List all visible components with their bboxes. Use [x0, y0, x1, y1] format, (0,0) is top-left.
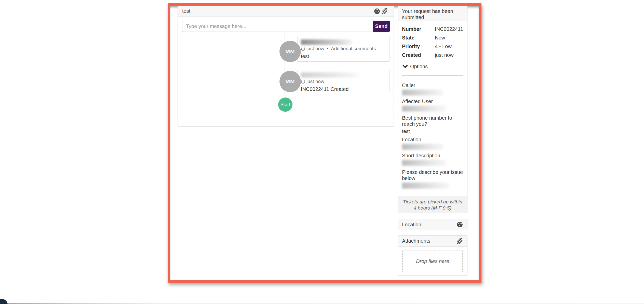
section-title: Location	[402, 222, 421, 228]
attachments-section-header[interactable]: Attachments	[398, 236, 467, 247]
field-location: Location	[402, 136, 463, 150]
field-label: Short description	[402, 153, 463, 159]
message-input[interactable]	[182, 21, 373, 32]
section-title: Attachments	[402, 238, 430, 244]
avatar-initials: MM	[286, 78, 295, 85]
options-toggle[interactable]: Options	[403, 63, 428, 70]
clock-icon	[301, 47, 305, 51]
bottom-left-widget	[0, 299, 8, 304]
detail-row-priority: Priority 4 - Low	[402, 42, 463, 51]
redacted-value	[402, 90, 443, 95]
field-issue-description: Please describe your issue below	[402, 169, 463, 189]
detail-value: INC0022411	[435, 26, 463, 32]
location-section: Location	[398, 219, 467, 230]
activity-text: test	[301, 53, 386, 59]
start-label: Start	[280, 102, 290, 107]
timeline-start-marker: Start	[278, 98, 292, 112]
ticket-footer-note: Tickets are picked up within 4 hours (M-…	[398, 196, 467, 213]
ticket-details: Number INC0022411 State New Priority 4 -…	[402, 25, 463, 59]
avatar-initials: MM	[286, 48, 295, 54]
detail-label: Number	[402, 26, 435, 32]
chevron-down-icon[interactable]	[403, 64, 408, 69]
detail-value: New	[435, 35, 445, 41]
avatar: MM	[279, 41, 301, 62]
field-best-phone: Best phone number to reach you? test	[402, 115, 463, 134]
paperclip-icon[interactable]	[381, 7, 388, 15]
detail-value: 4 - Low	[435, 44, 452, 49]
globe-icon[interactable]	[373, 7, 381, 15]
activity-time: just now	[306, 79, 324, 84]
field-short-description: Short description	[402, 153, 463, 166]
page-bottom-edge	[0, 303, 644, 303]
file-dropzone[interactable]: Drop files here	[402, 251, 463, 272]
attachments-section: Attachments Drop files here	[398, 235, 467, 276]
detail-value: just now	[435, 52, 453, 58]
field-value: test	[402, 128, 463, 134]
detail-label: Priority	[402, 44, 435, 49]
activity-meta: just now · Additional comments	[301, 46, 386, 52]
footer-note-line2: 4 hours (M-F 9-5)	[398, 205, 467, 211]
activity-type: Additional comments	[331, 46, 376, 51]
activity-entry-created: just now INC0022411 Created	[297, 70, 390, 91]
activity-text: INC0022411 Created	[301, 86, 386, 92]
detail-row-number: Number INC0022411	[402, 25, 463, 33]
options-label[interactable]: Options	[410, 64, 428, 70]
field-label: Caller	[402, 82, 463, 88]
divider	[402, 75, 463, 76]
field-label: Location	[402, 136, 463, 143]
location-section-header[interactable]: Location	[398, 219, 467, 230]
redacted-value	[402, 106, 446, 112]
dropzone-label: Drop files here	[416, 258, 449, 264]
redacted-value	[402, 160, 446, 166]
detail-label: State	[402, 35, 435, 41]
redacted-value	[402, 183, 449, 189]
redacted-author-name	[301, 39, 352, 45]
activity-time: just now	[306, 46, 324, 51]
redacted-value	[402, 144, 443, 150]
detail-row-state: State New	[402, 33, 463, 42]
field-label: Affected User	[402, 98, 463, 104]
field-label: Please describe your issue below	[402, 169, 463, 181]
activity-entry-comment: just now · Additional comments test	[297, 37, 390, 62]
clock-icon	[301, 79, 305, 84]
detail-label: Created	[402, 52, 435, 58]
detail-row-created: Created just now	[402, 51, 463, 59]
send-button[interactable]: Send	[373, 21, 390, 32]
chat-title: test	[182, 8, 190, 14]
field-affected-user: Affected User	[402, 98, 463, 112]
redacted-author-name	[301, 72, 359, 78]
globe-icon	[456, 221, 464, 228]
field-caller: Caller	[402, 82, 463, 95]
chat-header: test	[178, 6, 394, 17]
ticket-status-header: Your request has been submitted	[398, 6, 467, 21]
ticket-summary-card: Your request has been submitted Number I…	[398, 6, 467, 213]
avatar: MM	[279, 71, 301, 92]
activity-meta: just now	[301, 78, 386, 85]
chat-panel: test Send just now	[178, 6, 394, 127]
paperclip-icon	[456, 237, 464, 245]
field-label: Best phone number to reach you?	[402, 115, 463, 127]
meta-separator: ·	[327, 46, 328, 51]
footer-note-line1: Tickets are picked up within	[398, 199, 467, 205]
